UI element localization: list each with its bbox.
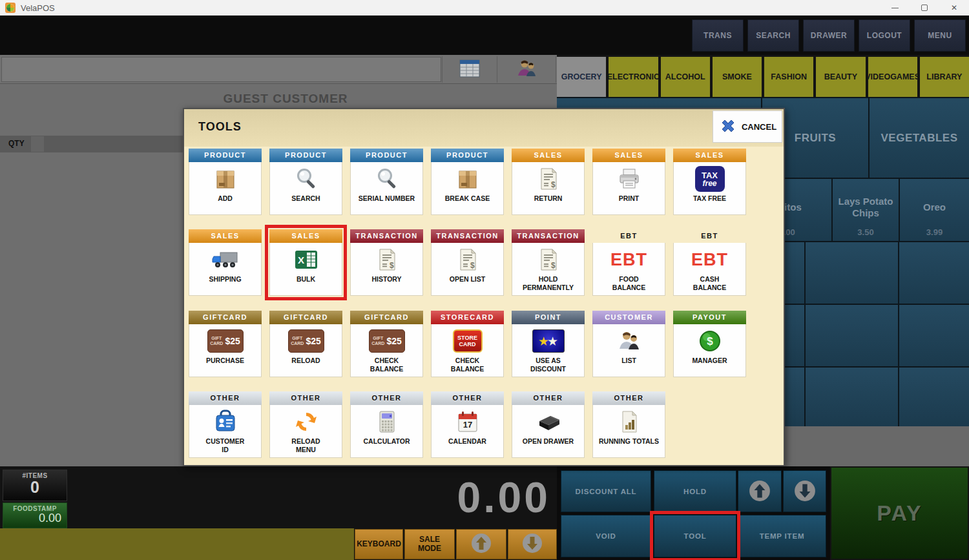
discount-all-button[interactable]: DISCOUNT ALL [561, 470, 651, 512]
tool-card-hold-permanently[interactable]: TRANSACTION$HOLD PERMANENTLY [512, 229, 585, 296]
tool-card-cash-balance[interactable]: EBTEBTCASH BALANCE [673, 229, 746, 296]
maximize-icon[interactable] [910, 0, 939, 16]
tool-card-label: LIST [620, 357, 638, 365]
hold-button[interactable]: HOLD [654, 470, 736, 512]
tool-card-print[interactable]: SALESPRINT [592, 149, 665, 215]
tool-card-category: GIFTCARD [350, 311, 423, 324]
tool-card-open-drawer[interactable]: OTHEROPEN DRAWER [512, 391, 585, 458]
tool-card-tax-free[interactable]: SALESTAXfreeTAX FREE [673, 149, 746, 215]
category-tile-vegetables[interactable]: VEGETABLES [870, 98, 969, 178]
scroll-up-button[interactable] [456, 529, 506, 559]
window-title: VelaPOS [21, 3, 55, 13]
top-nav-buttons: TRANSSEARCHDRAWERLOGOUTMENU [692, 19, 966, 52]
tool-card-label: RELOAD MENU [290, 437, 321, 453]
tool-card-label: MANAGER [691, 357, 728, 365]
tool-card-label: HISTORY [370, 275, 402, 284]
tool-card-category: PRODUCT [269, 149, 342, 162]
tool-card-break-case[interactable]: PRODUCTBREAK CASE [431, 149, 504, 215]
nav-button-logout[interactable]: LOGOUT [859, 19, 910, 52]
tool-card-check-balance[interactable]: STORECARDSTORECARDCHECK BALANCE [431, 311, 504, 377]
empty-product-tile[interactable] [899, 368, 969, 426]
top-nav-bar: TRANSSEARCHDRAWERLOGOUTMENU [0, 16, 969, 55]
list-down-button[interactable] [783, 470, 826, 512]
package-icon [455, 163, 481, 194]
tab-library[interactable]: LIBRARY [920, 57, 969, 97]
invoice-icon: $ [456, 244, 479, 275]
tool-card-reload-menu[interactable]: OTHERRELOAD MENU [269, 391, 342, 458]
tab-grocery[interactable]: GROCERY [557, 57, 606, 97]
tool-card-food-balance[interactable]: EBTEBTFOOD BALANCE [592, 229, 665, 296]
scroll-down-button[interactable] [508, 529, 557, 559]
tab-smoke[interactable]: SMOKE [713, 57, 762, 97]
tab-videogames[interactable]: VIDEOGAMES [868, 57, 917, 97]
tool-card-label: OPEN LIST [448, 275, 486, 284]
tool-card-category: TRANSACTION [512, 229, 585, 243]
empty-product-tile[interactable] [899, 305, 969, 366]
cancel-button[interactable]: CANCEL [713, 110, 782, 143]
nav-button-menu[interactable]: MENU [914, 19, 966, 52]
tool-card-check-balance[interactable]: GIFTCARDGIFTCARD$25CHECK BALANCE [350, 311, 423, 377]
tool-card-running-totals[interactable]: OTHERRUNNING TOTALS [592, 391, 665, 458]
tool-card-list[interactable]: CUSTOMERLIST [592, 311, 665, 377]
tool-card-category: OTHER [592, 391, 665, 405]
tool-card-serial-number[interactable]: PRODUCTSERIAL NUMBER [350, 149, 423, 215]
svg-text:$: $ [390, 261, 394, 270]
nav-button-trans[interactable]: TRANS [692, 19, 744, 52]
truck-icon [211, 244, 240, 275]
tool-card-history[interactable]: TRANSACTION$HISTORY [350, 229, 423, 296]
customer-button[interactable] [497, 56, 556, 83]
transactions-grid-button[interactable] [442, 56, 497, 83]
pay-button[interactable]: PAY [831, 468, 968, 559]
tab-beauty[interactable]: BEAUTY [816, 57, 865, 97]
modal-title: TOOLS [198, 120, 242, 134]
tool-card-label: CASH BALANCE [692, 275, 727, 291]
tool-card-open-list[interactable]: TRANSACTION$OPEN LIST [431, 229, 504, 296]
empty-product-tile[interactable] [899, 242, 969, 304]
tool-card-manager[interactable]: PAYOUT$MANAGER [673, 311, 746, 377]
empty-product-tile[interactable] [806, 242, 898, 304]
reload-icon [294, 406, 318, 437]
svg-text:$: $ [470, 261, 475, 270]
tool-card-customer-id[interactable]: OTHERCUSTOMER ID [189, 391, 262, 458]
tool-card-category: OTHER [512, 391, 585, 405]
items-count: 0 [3, 479, 67, 495]
tool-card-label: CALENDAR [447, 437, 488, 446]
tool-card-search[interactable]: PRODUCTSEARCH [269, 149, 342, 215]
keyboard-button[interactable]: KEYBOARD [355, 529, 403, 559]
tools-row: PRODUCTADDPRODUCTSEARCHPRODUCTSERIAL NUM… [189, 149, 746, 215]
empty-product-tile[interactable] [806, 305, 898, 366]
void-button[interactable]: VOID [561, 515, 651, 557]
customer-banner: GUEST CUSTOMER [0, 92, 557, 106]
tool-card-label: OPEN DRAWER [521, 437, 575, 446]
temp-item-button[interactable]: TEMP ITEM [738, 515, 826, 557]
product-tile-oreo[interactable]: Oreo 3.99 [900, 179, 969, 241]
minimize-icon[interactable] [880, 0, 910, 16]
tool-button[interactable]: TOOL [654, 515, 736, 557]
product-tile-lays[interactable]: Lays Potato Chips 3.50 [833, 179, 899, 241]
tool-card-use-as-discount[interactable]: POINT★★USE AS DISCOUNT [512, 311, 585, 377]
tool-card-purchase[interactable]: GIFTCARDGIFTCARD$25PURCHASE [189, 311, 262, 377]
empty-product-tile[interactable] [806, 368, 898, 426]
tool-card-category: GIFTCARD [269, 311, 342, 324]
list-up-button[interactable] [738, 470, 782, 512]
tool-card-calendar[interactable]: OTHER17CALENDAR [431, 391, 504, 458]
tool-card-add[interactable]: PRODUCTADD [189, 149, 262, 215]
velapos-app: VelaPOS ✕ TRANSSEARCHDRAWERLOGOUTMENU GR… [0, 0, 969, 560]
tool-card-label: FOOD BALANCE [611, 275, 647, 291]
tab-fashion[interactable]: FASHION [764, 57, 813, 97]
svg-text:$: $ [551, 261, 556, 270]
close-icon[interactable]: ✕ [939, 0, 969, 16]
scan-input[interactable] [1, 57, 441, 82]
action-button-zone: DISCOUNT ALL HOLD VOID TOOL TEMP ITEM [557, 466, 830, 560]
tab-alcohol[interactable]: ALCOHOL [661, 57, 710, 97]
tool-card-shipping[interactable]: SALESSHIPPING [189, 229, 262, 296]
nav-button-search[interactable]: SEARCH [747, 19, 799, 52]
tool-card-bulk[interactable]: SALESXBULK [269, 229, 342, 296]
tool-card-reload[interactable]: GIFTCARDGIFTCARD$25RELOAD [269, 311, 342, 377]
tool-card-calculator[interactable]: OTHERCALCULATOR [350, 391, 423, 458]
tab-electronic[interactable]: ELECTRONIC [609, 57, 658, 97]
tool-card-category: OTHER [269, 391, 342, 405]
tool-card-return[interactable]: SALES$RETURN [512, 149, 585, 215]
sale-mode-button[interactable]: SALE MODE [404, 529, 455, 559]
nav-button-drawer[interactable]: DRAWER [803, 19, 855, 52]
